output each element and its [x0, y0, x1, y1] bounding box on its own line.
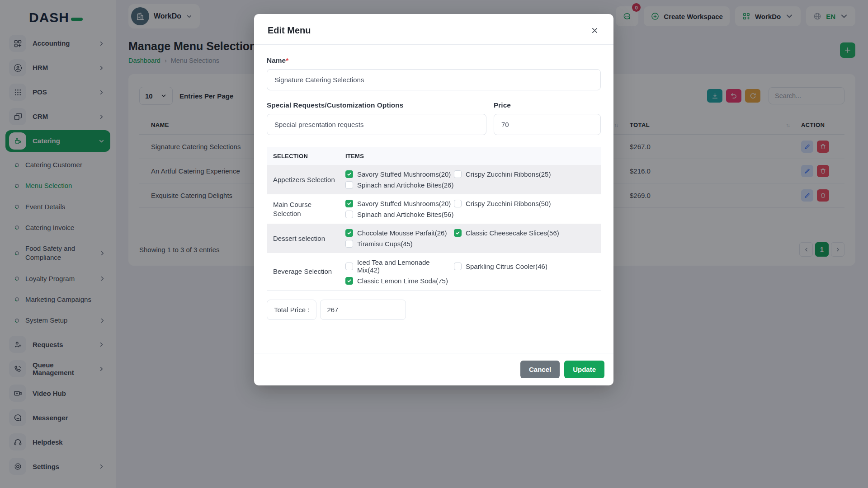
menu-item-label: Crispy Zucchini Ribbons(50): [466, 200, 551, 207]
special-requests-label: Special Requests/Customization Options: [267, 101, 486, 109]
selection-table: SELECTION ITEMS Appetizers SelectionSavo…: [267, 147, 601, 291]
menu-item-option-savory-stuffed-mushrooms-20[interactable]: Savory Stuffed Mushrooms(20): [345, 170, 454, 178]
menu-item-checkbox[interactable]: [345, 211, 353, 218]
menu-item-checkbox[interactable]: [345, 170, 353, 178]
menu-item-option-iced-tea-and-lemonade-mix-42[interactable]: Iced Tea and Lemonade Mix(42): [345, 258, 454, 274]
modal-title: Edit Menu: [268, 25, 311, 36]
items-grid: Iced Tea and Lemonade Mix(42)Sparkling C…: [345, 258, 601, 285]
selection-row-dessert-selection: Dessert selectionChocolate Mousse Parfai…: [267, 224, 601, 253]
cancel-button[interactable]: Cancel: [520, 361, 560, 378]
menu-item-checkbox[interactable]: [345, 263, 353, 270]
edit-menu-modal: Edit Menu Name* Special Requests/Customi…: [254, 14, 613, 385]
selection-name: Appetizers Selection: [273, 175, 345, 184]
items-column-header: ITEMS: [345, 153, 601, 160]
menu-item-checkbox[interactable]: [345, 200, 353, 207]
menu-item-checkbox[interactable]: [454, 263, 462, 270]
required-asterisk: *: [286, 56, 288, 64]
menu-item-label: Savory Stuffed Mushrooms(20): [357, 200, 451, 207]
menu-item-label: Spinach and Artichoke Bites(26): [357, 181, 453, 189]
menu-item-checkbox[interactable]: [345, 229, 353, 237]
name-label: Name*: [267, 56, 601, 65]
update-button[interactable]: Update: [564, 361, 604, 378]
menu-item-option-crispy-zucchini-ribbons-50[interactable]: Crispy Zucchini Ribbons(50): [454, 200, 601, 207]
menu-item-label: Classic Cheesecake Slices(56): [466, 229, 559, 237]
items-grid: Savory Stuffed Mushrooms(20)Crispy Zucch…: [345, 200, 601, 218]
menu-item-label: Iced Tea and Lemonade Mix(42): [357, 258, 454, 274]
menu-item-label: Sparkling Citrus Cooler(46): [466, 263, 547, 270]
name-label-text: Name: [267, 56, 286, 64]
menu-item-option-chocolate-mousse-parfait-26[interactable]: Chocolate Mousse Parfait(26): [345, 229, 454, 237]
items-grid: Chocolate Mousse Parfait(26)Classic Chee…: [345, 229, 601, 248]
menu-item-label: Classic Lemon Lime Soda(75): [357, 277, 448, 285]
menu-item-checkbox[interactable]: [345, 277, 353, 285]
menu-item-option-savory-stuffed-mushrooms-20[interactable]: Savory Stuffed Mushrooms(20): [345, 200, 454, 207]
total-price-field[interactable]: [320, 300, 406, 320]
name-field[interactable]: [267, 69, 601, 90]
menu-item-checkbox[interactable]: [454, 200, 462, 207]
selection-name: Dessert selection: [273, 234, 345, 243]
menu-item-label: Savory Stuffed Mushrooms(20): [357, 170, 451, 178]
close-icon[interactable]: [590, 25, 600, 36]
menu-item-option-spinach-and-artichoke-bites-26[interactable]: Spinach and Artichoke Bites(26): [345, 181, 454, 189]
special-requests-field[interactable]: [267, 114, 486, 135]
menu-item-option-classic-lemon-lime-soda-75[interactable]: Classic Lemon Lime Soda(75): [345, 277, 454, 285]
price-label: Price: [494, 101, 601, 109]
selection-row-main-course-selection: Main Course SelectionSavory Stuffed Mush…: [267, 194, 601, 224]
menu-item-option-sparkling-citrus-cooler-46[interactable]: Sparkling Citrus Cooler(46): [454, 258, 601, 274]
selection-name: Main Course Selection: [273, 200, 345, 218]
selection-name: Beverage Selection: [273, 267, 345, 276]
menu-item-label: Crispy Zucchini Ribbons(25): [466, 170, 551, 178]
selection-column-header: SELECTION: [273, 153, 345, 160]
selection-row-beverage-selection: Beverage SelectionIced Tea and Lemonade …: [267, 253, 601, 290]
menu-item-option-spinach-and-artichoke-bites-56[interactable]: Spinach and Artichoke Bites(56): [345, 211, 454, 218]
items-grid: Savory Stuffed Mushrooms(20)Crispy Zucch…: [345, 170, 601, 189]
menu-item-checkbox[interactable]: [345, 240, 353, 248]
menu-item-checkbox[interactable]: [345, 181, 353, 189]
menu-item-checkbox[interactable]: [454, 229, 462, 237]
menu-item-option-classic-cheesecake-slices-56[interactable]: Classic Cheesecake Slices(56): [454, 229, 601, 237]
menu-item-label: Chocolate Mousse Parfait(26): [357, 229, 447, 237]
menu-item-checkbox[interactable]: [454, 170, 462, 178]
menu-item-label: Tiramisu Cups(45): [357, 240, 413, 248]
menu-item-option-crispy-zucchini-ribbons-25[interactable]: Crispy Zucchini Ribbons(25): [454, 170, 601, 178]
selection-row-appetizers-selection: Appetizers SelectionSavory Stuffed Mushr…: [267, 165, 601, 194]
price-field[interactable]: [494, 114, 601, 135]
menu-item-option-tiramisu-cups-45[interactable]: Tiramisu Cups(45): [345, 240, 454, 248]
total-price-label: Total Price :: [267, 300, 316, 320]
menu-item-label: Spinach and Artichoke Bites(56): [357, 211, 453, 218]
